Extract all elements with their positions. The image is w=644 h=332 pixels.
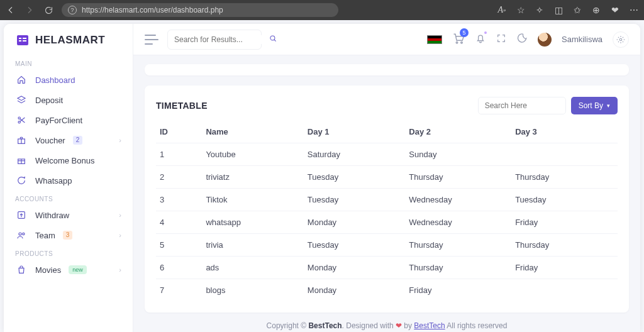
svg-rect-2	[19, 40, 21, 42]
extensions-icon[interactable]: ✧	[535, 5, 545, 15]
table-row[interactable]: 5triviaTuesdayThursdayThursday	[156, 234, 618, 257]
sidebar-item-label: Team	[35, 231, 55, 240]
cell-d3: Thursday	[511, 166, 618, 189]
cell-name: triviatz	[202, 166, 303, 189]
footer: Copyright © BestTech. Designed with ❤ by…	[145, 313, 629, 332]
sidebar-item-movies[interactable]: Movies new ›	[4, 260, 133, 280]
site-info-icon[interactable]: ?	[68, 6, 77, 14]
sidebar-item-label: Whatsapp	[35, 176, 72, 185]
user-avatar[interactable]	[538, 33, 552, 47]
notifications-button[interactable]	[475, 33, 486, 47]
section-products-label: PRODUCTS	[4, 245, 133, 260]
favorites-bar-icon[interactable]: ✩	[572, 5, 582, 15]
table-row[interactable]: 3TiktokTuesdayWednesdayTuesday	[156, 189, 618, 211]
sidebar-item-label: Withdraw	[35, 211, 69, 220]
chevron-right-icon: ›	[119, 211, 121, 219]
cell-d1: Tuesday	[304, 234, 405, 257]
svg-point-18	[23, 233, 25, 235]
cell-d3: Thursday	[511, 234, 618, 257]
theme-icon[interactable]	[516, 33, 528, 47]
svg-point-6	[18, 117, 20, 119]
table-search-input[interactable]	[478, 97, 566, 114]
sidebar-item-withdraw[interactable]: Withdraw ›	[4, 205, 133, 225]
scissors-icon	[15, 115, 28, 125]
sidebar-item-team[interactable]: Team 3 ›	[4, 225, 133, 245]
split-icon[interactable]: ◫	[553, 5, 564, 15]
chevron-down-icon: ▾	[607, 102, 610, 109]
sidebar-item-whatsapp[interactable]: Whatsapp	[4, 170, 133, 191]
chat-icon	[15, 175, 28, 185]
cell-d2: Thursday	[405, 234, 511, 257]
cell-id: 2	[156, 166, 202, 189]
more-icon[interactable]: ⋯	[629, 5, 639, 15]
search-icon[interactable]	[269, 34, 277, 45]
sidebar-item-label: Movies	[35, 265, 61, 275]
sidebar-item-payforclient[interactable]: PayForClient	[4, 110, 133, 130]
table-row[interactable]: 7blogsMondayFriday	[156, 279, 618, 302]
layers-icon	[15, 95, 28, 105]
menu-toggle-icon[interactable]	[145, 35, 158, 45]
footer-copyright: Copyright ©	[267, 321, 309, 330]
sidebar: HELASMART MAIN Dashboard Deposit PayForC…	[4, 24, 133, 332]
timetable-table: ID Name Day 1 Day 2 Day 3 1YoutubeSaturd…	[156, 121, 618, 301]
section-main-label: MAIN	[4, 55, 133, 70]
bag-icon	[15, 265, 28, 275]
cell-d3: Friday	[511, 211, 618, 234]
sidebar-item-dashboard[interactable]: Dashboard	[4, 70, 133, 90]
col-day3: Day 3	[511, 121, 618, 143]
global-search[interactable]	[167, 30, 262, 50]
cell-id: 1	[156, 143, 202, 166]
cell-d2: Wednesday	[405, 211, 511, 234]
fullscreen-icon[interactable]	[496, 33, 506, 46]
cell-name: Tiktok	[202, 189, 303, 211]
svg-point-7	[18, 121, 20, 123]
settings-button[interactable]	[613, 31, 629, 48]
cell-name: trivia	[202, 234, 303, 257]
cell-d2: Thursday	[405, 166, 511, 189]
footer-brand: BestTech	[308, 321, 341, 330]
col-id: ID	[156, 121, 202, 143]
svg-rect-1	[19, 38, 21, 39]
cart-button[interactable]: 5	[452, 32, 465, 47]
read-aloud-icon[interactable]: A»	[497, 5, 507, 15]
footer-link[interactable]: BestTech	[414, 321, 445, 330]
table-row[interactable]: 1YoutubeSaturdaySunday	[156, 143, 618, 166]
sort-button[interactable]: Sort By ▾	[571, 97, 618, 114]
brand-logo-icon	[15, 33, 30, 48]
cell-d2: Wednesday	[405, 189, 511, 211]
sidebar-item-label: Welcome Bonus	[35, 156, 94, 165]
table-row[interactable]: 4whatsappMondayWednesdayFriday	[156, 211, 618, 234]
sidebar-item-voucher[interactable]: Voucher 2 ›	[4, 130, 133, 150]
brand-text: HELASMART	[35, 34, 105, 47]
cell-name: blogs	[202, 279, 303, 302]
reload-icon[interactable]	[43, 4, 54, 16]
brand[interactable]: HELASMART	[4, 24, 133, 55]
cell-d1: Saturday	[304, 143, 405, 166]
gift2-icon	[15, 155, 28, 165]
sort-button-label: Sort By	[579, 101, 603, 110]
nav-back-icon[interactable]	[5, 4, 16, 16]
cell-id: 4	[156, 211, 202, 234]
chevron-right-icon: ›	[119, 266, 121, 274]
global-search-input[interactable]	[174, 35, 269, 44]
health-icon[interactable]: ❤	[610, 5, 620, 15]
user-name[interactable]: Samkiliswa	[562, 35, 602, 44]
collections-icon[interactable]: ⊕	[591, 5, 601, 15]
table-row[interactable]: 6adsMondayThursdayFriday	[156, 257, 618, 279]
table-row[interactable]: 2triviatzTuesdayThursdayThursday	[156, 166, 618, 189]
svg-rect-4	[23, 40, 26, 42]
cell-d1: Monday	[304, 257, 405, 279]
url-bar[interactable]: ? https://helasmart.com/user/dashboard.p…	[62, 3, 338, 17]
cell-d1: Monday	[304, 211, 405, 234]
cell-d3	[511, 143, 618, 166]
topbar: 5 Samkiliswa	[133, 24, 640, 55]
sidebar-item-deposit[interactable]: Deposit	[4, 90, 133, 110]
sidebar-item-welcome-bonus[interactable]: Welcome Bonus	[4, 150, 133, 170]
favorite-star-icon[interactable]: ☆	[516, 5, 526, 15]
sidebar-item-label: PayForClient	[35, 116, 82, 125]
movies-badge: new	[69, 265, 87, 275]
country-flag-icon[interactable]	[427, 35, 442, 44]
heart-icon: ❤	[396, 321, 402, 330]
cell-d2: Thursday	[405, 257, 511, 279]
cell-id: 6	[156, 257, 202, 279]
